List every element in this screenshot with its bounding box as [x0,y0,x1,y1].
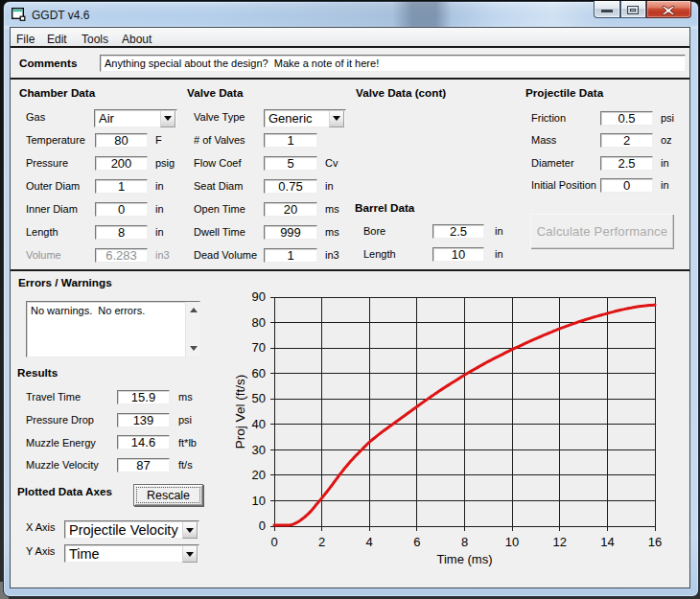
svg-text:Time (ms): Time (ms) [436,552,492,566]
svg-text:40: 40 [252,417,266,431]
svg-text:70: 70 [252,340,266,355]
svg-text:10: 10 [505,535,519,549]
svg-text:Proj Vel (ft/s): Proj Vel (ft/s) [233,375,247,449]
svg-text:12: 12 [553,535,567,549]
svg-text:0: 0 [270,535,277,549]
svg-text:90: 90 [252,289,266,304]
svg-text:60: 60 [252,366,266,380]
svg-text:2: 2 [318,535,325,549]
svg-text:20: 20 [252,468,266,482]
svg-text:50: 50 [252,391,266,405]
svg-text:30: 30 [252,443,266,457]
svg-text:10: 10 [252,494,266,508]
svg-text:6: 6 [413,535,420,549]
svg-text:4: 4 [366,535,373,549]
svg-text:0: 0 [259,518,266,533]
svg-text:14: 14 [600,535,614,549]
svg-text:16: 16 [648,535,662,549]
svg-text:8: 8 [461,535,468,549]
svg-text:80: 80 [252,315,266,330]
